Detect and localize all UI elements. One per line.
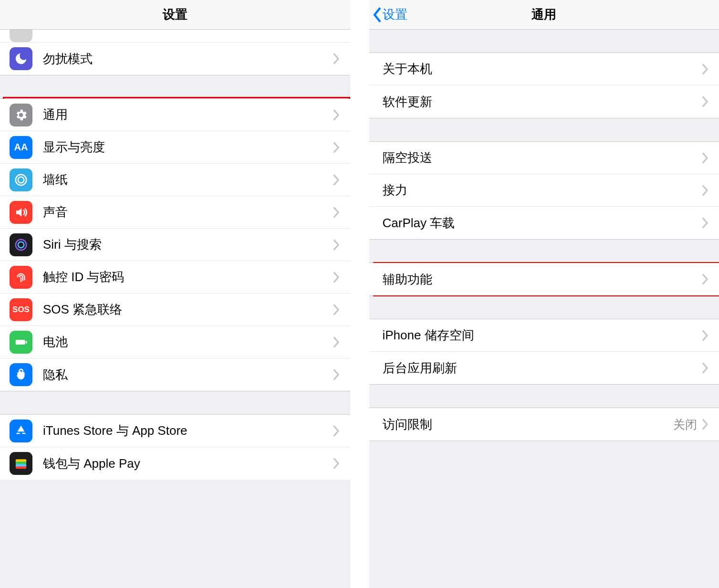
sound-icon xyxy=(10,201,32,224)
row-label: 关于本机 xyxy=(383,61,702,77)
privacy-icon xyxy=(10,363,32,386)
settings-row-appstore[interactable]: iTunes Store 与 App Store xyxy=(0,415,350,447)
svg-rect-9 xyxy=(16,466,27,469)
general-row-handoff[interactable]: 接力 xyxy=(369,174,719,207)
row-label: iPhone 储存空间 xyxy=(383,327,702,344)
row-label: CarPlay 车载 xyxy=(383,215,702,231)
chevron-right-icon xyxy=(333,142,340,153)
chevron-right-icon xyxy=(702,217,709,229)
chevron-right-icon xyxy=(333,109,340,121)
row-label: 通用 xyxy=(43,106,333,123)
row-label: 触控 ID 与密码 xyxy=(43,269,333,285)
chevron-right-icon xyxy=(702,185,709,196)
row-label: 勿扰模式 xyxy=(43,51,333,67)
chevron-right-icon xyxy=(333,174,340,186)
general-row-carplay[interactable]: CarPlay 车载 xyxy=(369,207,719,239)
settings-row-truncated[interactable] xyxy=(0,30,350,42)
settings-row-wallpaper[interactable]: 墙纸 xyxy=(0,164,350,196)
settings-row-battery[interactable]: 电池 xyxy=(0,326,350,358)
svg-rect-4 xyxy=(16,340,25,345)
general-section: 隔空投送 接力 CarPlay 车载 xyxy=(369,141,719,240)
chevron-right-icon xyxy=(702,96,709,107)
settings-row-privacy[interactable]: 隐私 xyxy=(0,358,350,391)
generic-icon xyxy=(10,30,32,42)
settings-row-sos[interactable]: SOS SOS 紧急联络 xyxy=(0,294,350,326)
settings-row-touchid[interactable]: 触控 ID 与密码 xyxy=(0,261,350,294)
chevron-right-icon xyxy=(702,419,709,430)
moon-icon xyxy=(10,47,32,70)
svg-point-3 xyxy=(18,242,24,248)
section-gap xyxy=(0,75,350,98)
general-section: 辅助功能 xyxy=(369,262,719,296)
general-row-restrictions[interactable]: 访问限制 关闭 xyxy=(369,408,719,441)
siri-icon xyxy=(10,233,32,256)
chevron-right-icon xyxy=(702,273,709,285)
settings-row-sound[interactable]: 声音 xyxy=(0,196,350,229)
row-label: 后台应用刷新 xyxy=(383,360,702,377)
svg-point-1 xyxy=(16,174,27,185)
chevron-right-icon xyxy=(333,272,340,283)
back-button[interactable]: 设置 xyxy=(373,0,407,29)
svg-point-2 xyxy=(16,239,27,250)
page-title: 设置 xyxy=(163,6,188,23)
chevron-right-icon xyxy=(702,63,709,75)
back-label: 设置 xyxy=(383,6,407,23)
gear-icon xyxy=(10,104,32,126)
section-gap xyxy=(0,391,350,414)
row-label: 钱包与 Apple Pay xyxy=(43,455,333,472)
chevron-right-icon xyxy=(333,336,340,348)
settings-row-dnd[interactable]: 勿扰模式 xyxy=(0,42,350,75)
row-label: 电池 xyxy=(43,334,333,350)
fingerprint-icon xyxy=(10,266,32,289)
wallpaper-icon xyxy=(10,168,32,191)
general-row-software-update[interactable]: 软件更新 xyxy=(369,85,719,118)
settings-row-display[interactable]: AA 显示与亮度 xyxy=(0,131,350,164)
settings-section: 通用 AA 显示与亮度 墙纸 声音 xyxy=(0,98,350,391)
settings-section: iTunes Store 与 App Store 钱包与 Apple Pay xyxy=(0,414,350,480)
general-section: 关于本机 软件更新 xyxy=(369,52,719,118)
row-label: Siri 与搜索 xyxy=(43,236,333,253)
settings-section: 勿扰模式 xyxy=(0,30,350,75)
row-label: 软件更新 xyxy=(383,94,702,110)
row-label: 隐私 xyxy=(43,367,333,383)
chevron-right-icon xyxy=(333,53,340,64)
chevron-right-icon xyxy=(333,207,340,218)
appstore-icon xyxy=(10,420,32,442)
general-section: iPhone 储存空间 后台应用刷新 xyxy=(369,319,719,385)
section-gap xyxy=(369,240,719,262)
navbar: 设置 xyxy=(0,0,350,30)
wallet-icon xyxy=(10,452,32,475)
row-label: 接力 xyxy=(383,182,702,199)
section-gap xyxy=(369,441,719,588)
settings-row-wallet[interactable]: 钱包与 Apple Pay xyxy=(0,447,350,480)
row-label: iTunes Store 与 App Store xyxy=(43,422,333,439)
settings-row-general[interactable]: 通用 xyxy=(0,99,350,131)
chevron-right-icon xyxy=(333,304,340,315)
chevron-right-icon xyxy=(702,152,709,164)
row-label: 辅助功能 xyxy=(383,271,702,288)
row-label: 声音 xyxy=(43,204,333,220)
row-detail: 关闭 xyxy=(673,417,697,432)
battery-icon xyxy=(10,331,32,354)
settings-row-siri[interactable]: Siri 与搜索 xyxy=(0,229,350,261)
row-label: 显示与亮度 xyxy=(43,139,333,156)
chevron-right-icon xyxy=(333,425,340,437)
general-row-accessibility[interactable]: 辅助功能 xyxy=(369,263,719,295)
chevron-right-icon xyxy=(333,458,340,469)
general-section: 访问限制 关闭 xyxy=(369,408,719,441)
general-row-storage[interactable]: iPhone 储存空间 xyxy=(369,319,719,352)
general-row-background-refresh[interactable]: 后台应用刷新 xyxy=(369,352,719,384)
chevron-right-icon xyxy=(702,362,709,374)
page-title: 通用 xyxy=(531,6,556,23)
chevron-right-icon xyxy=(333,239,340,251)
section-gap xyxy=(369,118,719,141)
textsize-icon: AA xyxy=(10,136,32,159)
row-label: 隔空投送 xyxy=(383,149,702,166)
svg-point-0 xyxy=(18,177,24,183)
section-gap xyxy=(369,385,719,408)
section-gap xyxy=(369,30,719,52)
general-row-airdrop[interactable]: 隔空投送 xyxy=(369,142,719,174)
section-gap xyxy=(369,296,719,319)
general-row-about[interactable]: 关于本机 xyxy=(369,53,719,85)
row-label: 访问限制 xyxy=(383,416,674,433)
